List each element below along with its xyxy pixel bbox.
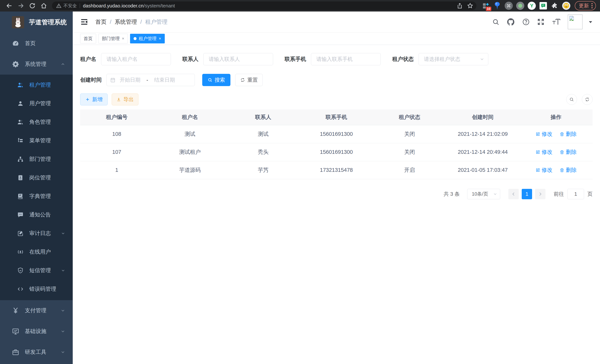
sidebar-item-tenant-management[interactable]: 租户管理	[0, 76, 73, 94]
contact-input[interactable]	[203, 53, 273, 65]
chevron-down-icon	[493, 192, 497, 196]
edit-link[interactable]: 修改	[535, 149, 553, 156]
start-date-input[interactable]	[116, 77, 145, 83]
sidebar-item-notice-management[interactable]: 通知公告	[0, 205, 73, 224]
header-search-icon[interactable]	[492, 18, 499, 26]
address-bar[interactable]: 不安全 dashboard.yudao.iocoder.cn/system/te…	[52, 1, 477, 10]
share-button[interactable]	[455, 1, 464, 10]
add-button[interactable]: 新增	[80, 93, 108, 105]
avatar-caret-icon[interactable]	[588, 19, 593, 25]
refresh-table-button[interactable]	[582, 94, 593, 105]
extension-tabs-button[interactable]: 10	[481, 1, 490, 10]
avatar[interactable]	[568, 14, 582, 29]
tab-home[interactable]: 首页	[80, 34, 96, 43]
goto-page-input[interactable]	[567, 189, 584, 199]
extension-emoji-button[interactable]	[562, 1, 571, 10]
export-button[interactable]: 导出	[112, 93, 138, 105]
search-button[interactable]: 搜索	[202, 74, 230, 86]
cell-tenant-name: 测试	[153, 125, 227, 143]
sidebar-item-payment-management[interactable]: 支付管理	[0, 300, 73, 321]
security-chip[interactable]: 不安全	[56, 3, 77, 9]
sidebar-item-role-management[interactable]: 角色管理	[0, 113, 73, 131]
help-icon[interactable]	[522, 18, 530, 26]
url-text: dashboard.yudao.iocoder.cn/system/tenant	[83, 3, 175, 9]
table-row: 1 芋道源码 芋艿 17321315478 开启 2021-01-05 17:0…	[80, 161, 593, 179]
chat-extension-icon	[540, 2, 547, 9]
extension-chat-button[interactable]	[538, 1, 548, 10]
tab-tenant-management[interactable]: 租户管理 ×	[130, 34, 165, 43]
github-icon[interactable]	[506, 18, 515, 26]
browser-menu-icon[interactable]	[591, 3, 593, 8]
create-time-range-picker[interactable]: -	[106, 74, 195, 86]
reset-button-label: 重置	[247, 76, 258, 84]
reload-icon	[29, 2, 36, 9]
sidebar-item-online-users[interactable]: 在线用户	[0, 243, 73, 261]
page-number-1[interactable]: 1	[522, 189, 532, 199]
status-select[interactable]: 请选择租户状态	[419, 53, 488, 65]
browser-forward-button[interactable]	[16, 1, 26, 10]
delete-link[interactable]: 删除	[560, 131, 577, 138]
extension-command-button[interactable]	[504, 1, 514, 10]
sidebar-item-sms-management[interactable]: 短信管理	[0, 261, 73, 280]
cell-phone: 15601691300	[300, 125, 373, 143]
hamburger-icon[interactable]	[80, 18, 88, 26]
reset-button[interactable]: 重置	[235, 74, 263, 86]
extensions-puzzle-button[interactable]	[550, 1, 560, 10]
chevron-right-icon	[538, 192, 543, 196]
delete-link[interactable]: 删除	[560, 149, 577, 156]
menu-label: 部门管理	[29, 156, 51, 163]
extension-balloon-button[interactable]	[492, 1, 502, 10]
delete-link[interactable]: 删除	[560, 166, 577, 174]
sidebar-item-post-management[interactable]: 岗位管理	[0, 168, 73, 187]
browser-reload-button[interactable]	[27, 1, 38, 10]
phone-input[interactable]	[311, 53, 381, 65]
close-icon[interactable]: ×	[159, 36, 161, 41]
sidebar-item-error-code-management[interactable]: 错误码管理	[0, 280, 73, 298]
table-row: 108 测试 测试 15601691300 关闭 2021-12-14 21:0…	[80, 125, 593, 143]
font-size-icon[interactable]	[552, 18, 561, 26]
chevron-down-icon	[61, 268, 65, 273]
tenant-name-input[interactable]	[101, 53, 171, 65]
sidebar-item-user-management[interactable]: 用户管理	[0, 94, 73, 113]
cell-tenant-id: 107	[80, 143, 153, 161]
sidebar-item-dev-tools[interactable]: 研发工具	[0, 342, 73, 363]
sidebar-item-system[interactable]: 系统管理	[0, 54, 73, 75]
browser-home-button[interactable]	[38, 1, 49, 10]
sidebar-item-dept-management[interactable]: 部门管理	[0, 150, 73, 168]
prev-page-button[interactable]	[508, 189, 519, 199]
bookmark-button[interactable]	[466, 1, 475, 10]
cell-created: 2021-01-05 17:03:47	[446, 161, 519, 179]
sidebar-item-home[interactable]: 首页	[0, 33, 73, 54]
extension-recorder-button[interactable]	[516, 1, 525, 10]
browser-update-button[interactable]: 更新	[575, 1, 596, 10]
monitor-icon	[12, 328, 19, 335]
export-button-label: 导出	[123, 96, 134, 103]
next-page-button[interactable]	[535, 189, 545, 199]
update-label: 更新	[579, 2, 589, 9]
sidebar-item-infrastructure[interactable]: 基础设施	[0, 321, 73, 342]
star-icon	[467, 3, 473, 9]
trash-icon	[560, 150, 564, 155]
fullscreen-icon[interactable]	[537, 18, 545, 26]
end-date-input[interactable]	[150, 77, 179, 83]
app-logo-row[interactable]: 芋道管理系统	[0, 11, 73, 33]
forward-arrow-icon	[18, 2, 24, 9]
tab-dept-management[interactable]: 部门管理 ×	[98, 34, 128, 43]
sidebar-item-menu-management[interactable]: 菜单管理	[0, 131, 73, 150]
toggle-search-button[interactable]	[566, 94, 577, 105]
edit-link[interactable]: 修改	[535, 131, 553, 138]
breadcrumb-home[interactable]: 首页	[95, 18, 106, 26]
close-icon[interactable]: ×	[122, 36, 124, 41]
url-host: dashboard.yudao.iocoder.cn	[83, 3, 144, 9]
sidebar-item-dict-management[interactable]: 字典管理	[0, 187, 73, 205]
menu-label: 研发工具	[25, 348, 46, 356]
breadcrumb-system[interactable]: 系统管理	[115, 18, 137, 26]
edit-icon	[535, 168, 540, 173]
extensions-strip: 10 Y	[481, 1, 571, 10]
extension-y-button[interactable]: Y	[527, 1, 536, 10]
sidebar-item-audit-log[interactable]: 审计日志	[0, 224, 73, 243]
page-size-select[interactable]: 10条/页	[467, 189, 500, 199]
edit-link[interactable]: 修改	[535, 166, 553, 174]
browser-back-button[interactable]	[4, 1, 14, 10]
warning-triangle-icon	[56, 3, 62, 9]
